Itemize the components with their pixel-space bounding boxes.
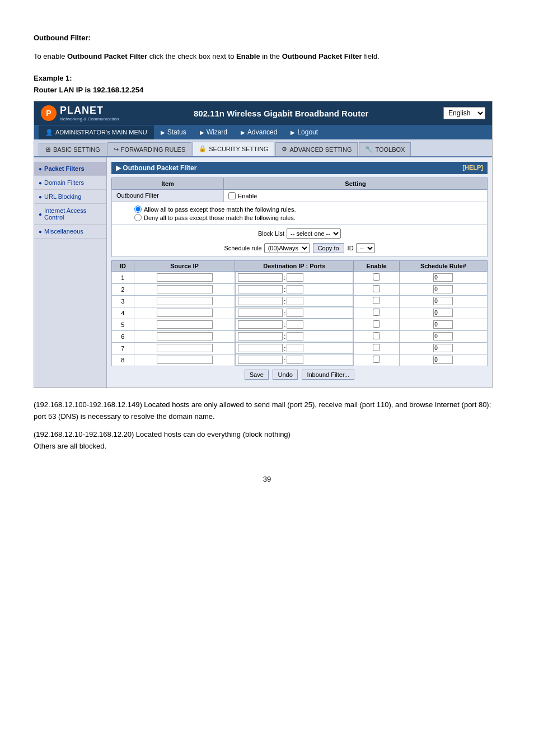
example-label: Example 1: [34,74,500,82]
source-ip-input[interactable] [157,344,213,352]
row-enable-checkbox[interactable] [373,356,380,363]
copy-to-button[interactable]: Copy to [313,243,344,253]
tab-forwarding-rules[interactable]: ↪ FORWARDING RULES [107,142,192,156]
destination-ip-input[interactable] [238,320,283,329]
destination-ip-input[interactable] [238,344,283,352]
port-input[interactable] [287,273,303,282]
destination-ip-input[interactable] [238,285,283,293]
tab-toolbox[interactable]: 🔧 TOOLBOX [359,142,411,156]
sidebar-item-internet-access[interactable]: ● Internet Access Control [34,204,106,225]
sidebar-domain-filters-label: Domain Filters [44,179,84,186]
source-ip-input[interactable] [157,285,213,293]
block-list-select[interactable]: -- select one -- [287,228,341,239]
row-enable-checkbox[interactable] [373,309,380,316]
port-input[interactable] [287,344,303,352]
bottom-text-2-line2: Others are all blocked. [34,441,500,452]
tab-toolbox-label: TOOLBOX [375,146,405,153]
id-select[interactable]: -- [356,243,375,253]
source-ip-input[interactable] [157,297,213,305]
row-enable-checkbox[interactable] [373,332,380,339]
save-button[interactable]: Save [245,370,269,380]
schedule-rule-input[interactable] [433,297,453,305]
schedule-rule-input[interactable] [433,356,453,364]
sidebar-item-url-blocking[interactable]: ● URL Blocking [34,190,106,204]
nav-logout[interactable]: ▶ Logout [284,125,325,139]
table-row: 7: [112,342,488,354]
col-source-ip: Source IP [134,261,235,272]
nav-admin[interactable]: 👤 ADMINISTRATOR's MAIN MENU [39,125,154,139]
block-list-row: Block List -- select one -- [258,228,341,239]
arrow-icon: ▶ [241,129,245,136]
row-enable-checkbox[interactable] [373,344,380,351]
row-enable-checkbox[interactable] [373,320,380,328]
port-input[interactable] [287,332,303,340]
intro-paragraph: To enable Outbound Packet Filter click t… [34,51,500,63]
arrow-icon: ▶ [116,164,123,172]
schedule-rule-select[interactable]: (00)Always [264,243,310,253]
destination-ip-input[interactable] [238,297,283,305]
colon-separator: : [284,357,285,363]
port-input[interactable] [287,297,303,305]
sidebar-misc-label: Miscellaneous [44,228,83,235]
schedule-rule-input[interactable] [433,320,453,329]
nav-status[interactable]: ▶ Status [154,125,193,139]
tab-basic-setting[interactable]: 🖥 BASIC SETTING [39,143,106,156]
language-select[interactable]: English Chinese [443,107,485,119]
enable-checkbox-label[interactable]: Enable [228,192,483,199]
intro-bold3: Outbound Packet Filter [282,52,362,60]
block-schedule-cell: Block List -- select one -- Schedule rul… [112,225,488,257]
allow-radio[interactable] [134,206,142,213]
schedule-rule-input[interactable] [433,273,453,282]
destination-ip-input[interactable] [238,332,283,340]
row-enable-checkbox[interactable] [373,297,380,304]
deny-radio[interactable] [134,214,142,221]
destination-cell: : [235,354,353,366]
source-ip-input[interactable] [157,320,213,329]
colon-separator: : [284,298,285,305]
bullet-icon: ● [39,194,42,200]
row-enable-checkbox[interactable] [373,285,380,292]
destination-ip-input[interactable] [238,309,283,317]
enable-checkbox[interactable] [228,192,236,199]
enable-cell [354,319,399,330]
bottom-text-1: (192.168.12.100-192.168.12.149) Located … [34,399,500,423]
schedule-rule-input[interactable] [433,309,453,317]
tab-security-setting[interactable]: 🔒 SECURITY SETTING [193,142,274,156]
port-input[interactable] [287,309,303,317]
help-link[interactable]: [HELP] [462,164,483,172]
logo-sub: Networking & Communication [60,116,119,122]
schedule-rule-cell [399,283,487,295]
schedule-rule-cell [399,272,487,284]
enable-cell [354,272,399,284]
nav-advanced[interactable]: ▶ Advanced [234,125,284,139]
source-ip-input[interactable] [157,273,213,282]
advanced-icon: ⚙ [282,146,287,153]
port-input[interactable] [287,320,303,329]
section-title: Outbound Filter: [34,34,500,42]
security-icon: 🔒 [199,145,207,152]
port-input[interactable] [287,356,303,364]
source-ip-input[interactable] [157,309,213,317]
nav-wizard[interactable]: ▶ Wizard [193,125,234,139]
tab-advanced-setting[interactable]: ⚙ ADVANCED SETTING [275,142,358,156]
sidebar-item-packet-filters[interactable]: ● Packet Filters [34,162,106,176]
destination-ip-input[interactable] [238,356,283,364]
forwarding-icon: ↪ [114,146,119,153]
port-input[interactable] [287,285,303,293]
sidebar-item-domain-filters[interactable]: ● Domain Filters [34,176,106,190]
undo-button[interactable]: Undo [273,370,297,380]
schedule-rule-input[interactable] [433,332,453,340]
row-enable-checkbox[interactable] [373,273,380,281]
router-nav: 👤 ADMINISTRATOR's MAIN MENU ▶ Status ▶ W… [34,125,492,139]
schedule-rule-input[interactable] [433,344,453,352]
destination-ip-input[interactable] [238,273,283,282]
outbound-filter-label: Outbound Filter [112,190,224,202]
source-ip-cell [134,283,235,295]
source-ip-input[interactable] [157,356,213,364]
inbound-filter-button[interactable]: Inbound Filter... [302,370,354,380]
schedule-rule-input[interactable] [433,285,453,293]
block-list-label: Block List [258,230,284,237]
panel-header: ▶ Outbound Packet Filter [HELP] [111,162,488,174]
sidebar-item-miscellaneous[interactable]: ● Miscellaneous [34,225,106,239]
source-ip-input[interactable] [157,332,213,340]
